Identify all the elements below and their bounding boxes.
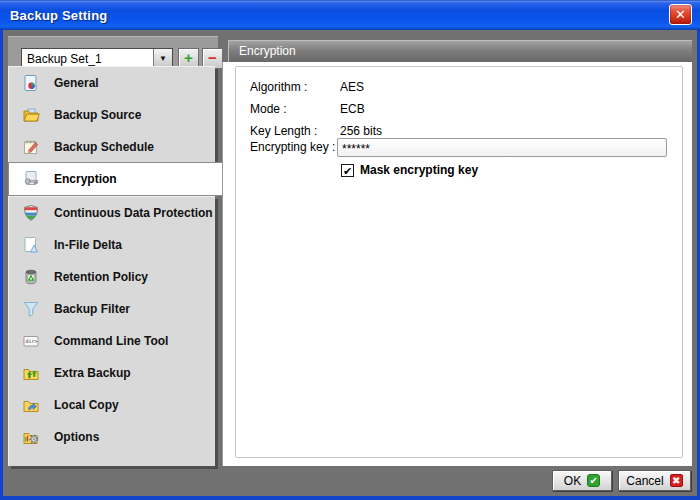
sidebar-item-extra-backup[interactable]: Extra Backup bbox=[9, 357, 215, 389]
sidebar-item-command-line-tool[interactable]: dir> Command Line Tool bbox=[9, 325, 215, 357]
sidebar-item-label: Encryption bbox=[54, 172, 117, 186]
key-page-icon bbox=[21, 169, 41, 189]
ok-button[interactable]: OK ✔ bbox=[552, 470, 612, 491]
sidebar-item-backup-schedule[interactable]: Backup Schedule bbox=[9, 131, 215, 163]
cancel-button-label: Cancel bbox=[626, 474, 663, 488]
sidebar-item-options[interactable]: Options bbox=[9, 421, 215, 453]
mask-key-label[interactable]: Mask encrypting key bbox=[360, 163, 478, 177]
notepad-pencil-icon bbox=[21, 137, 41, 157]
delta-page-icon bbox=[21, 235, 41, 255]
folder-up-arrows-icon bbox=[21, 363, 41, 383]
mode-label: Mode : bbox=[250, 100, 287, 118]
mode-value: ECB bbox=[340, 100, 365, 118]
sidebar-item-label: Local Copy bbox=[54, 398, 119, 412]
sidebar-item-label: General bbox=[54, 76, 99, 90]
sidebar-item-label: Backup Source bbox=[54, 108, 141, 122]
sidebar-group-top: General Backup Source bbox=[8, 66, 215, 162]
folder-open-icon bbox=[21, 105, 41, 125]
sidebar-item-in-file-delta[interactable]: In-File Delta bbox=[9, 229, 215, 261]
dialog-frame: Backup Setting ✕ Backup Set_1 ▼ + − Encr… bbox=[0, 0, 700, 500]
mask-key-checkbox[interactable]: ✔ bbox=[341, 164, 354, 177]
algorithm-label: Algorithm : bbox=[250, 78, 307, 96]
ok-button-label: OK bbox=[564, 474, 581, 488]
sidebar-item-label: Continuous Data Protection bbox=[54, 206, 213, 220]
encryption-fieldset: Algorithm : AES Mode : ECB Key Length : … bbox=[235, 66, 683, 458]
sidebar-group-bottom: Continuous Data Protection In-File Delta bbox=[8, 196, 215, 466]
mask-key-row: ✔ Mask encrypting key bbox=[236, 163, 682, 179]
check-icon: ✔ bbox=[587, 474, 600, 487]
algorithm-value: AES bbox=[340, 78, 364, 96]
encryption-panel: Algorithm : AES Mode : ECB Key Length : … bbox=[222, 62, 692, 466]
bin-recycle-icon bbox=[21, 267, 41, 287]
sidebar-item-label: Retention Policy bbox=[54, 270, 148, 284]
backup-set-value: Backup Set_1 bbox=[22, 52, 153, 66]
command-prompt-icon: dir> bbox=[21, 331, 41, 351]
folder-copy-arrow-icon bbox=[21, 395, 41, 415]
close-button[interactable]: ✕ bbox=[669, 4, 692, 25]
sidebar-item-continuous-data-protection[interactable]: Continuous Data Protection bbox=[9, 197, 215, 229]
svg-text:dir>: dir> bbox=[25, 338, 37, 344]
sidebar-item-label: Backup Filter bbox=[54, 302, 130, 316]
x-icon: ✖ bbox=[670, 474, 683, 487]
sidebar-item-retention-policy[interactable]: Retention Policy bbox=[9, 261, 215, 293]
client-area: Backup Set_1 ▼ + − Encryption Algorithm … bbox=[3, 30, 697, 496]
title-bar: Backup Setting ✕ bbox=[0, 0, 700, 30]
panel-header: Encryption bbox=[228, 40, 692, 62]
general-icon bbox=[21, 73, 41, 93]
algorithm-row: Algorithm : AES bbox=[236, 78, 682, 96]
sidebar-item-label: In-File Delta bbox=[54, 238, 122, 252]
sidebar-item-backup-source[interactable]: Backup Source bbox=[9, 99, 215, 131]
window-title: Backup Setting bbox=[0, 8, 107, 23]
sidebar-item-label: Options bbox=[54, 430, 99, 444]
sidebar-item-label: Backup Schedule bbox=[54, 140, 154, 154]
backup-set-toolbar: Backup Set_1 ▼ + − bbox=[8, 36, 218, 66]
funnel-icon bbox=[21, 299, 41, 319]
sidebar-item-backup-filter[interactable]: Backup Filter bbox=[9, 293, 215, 325]
sidebar-item-label: Extra Backup bbox=[54, 366, 131, 380]
mode-row: Mode : ECB bbox=[236, 100, 682, 118]
sidebar-item-general[interactable]: General bbox=[9, 67, 215, 99]
cancel-button[interactable]: Cancel ✖ bbox=[618, 470, 691, 491]
folder-gear-icon bbox=[21, 427, 41, 447]
encrypting-key-input[interactable] bbox=[337, 138, 667, 157]
shield-icon bbox=[21, 203, 41, 223]
sidebar-item-local-copy[interactable]: Local Copy bbox=[9, 389, 215, 421]
encrypting-key-label: Encrypting key : bbox=[250, 138, 335, 157]
sidebar-item-label: Command Line Tool bbox=[54, 334, 168, 348]
sidebar-item-encryption-selected[interactable]: Encryption bbox=[8, 162, 222, 196]
